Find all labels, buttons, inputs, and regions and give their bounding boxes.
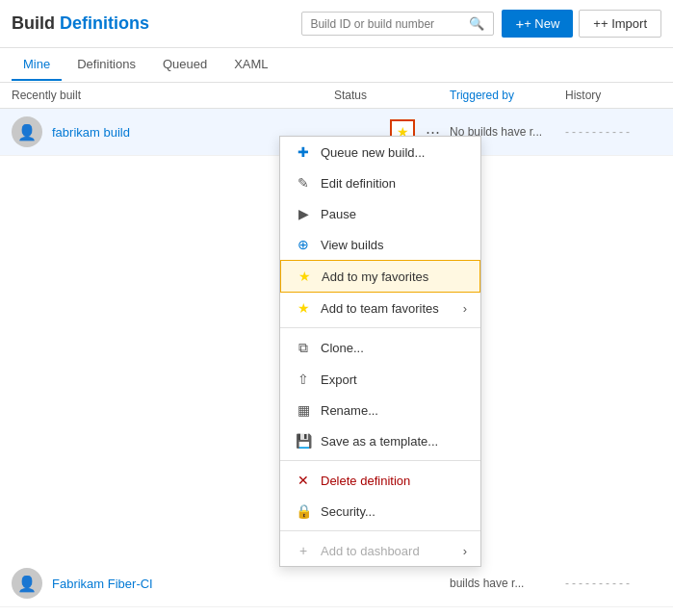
star-my-icon: ★ xyxy=(295,269,314,284)
rename-icon: ▦ xyxy=(294,402,313,418)
col-triggered-header[interactable]: Triggered by xyxy=(450,89,565,102)
menu-item-pause[interactable]: ▶ Pause xyxy=(280,198,480,229)
tab-mine[interactable]: Mine xyxy=(12,49,62,81)
menu-item-export[interactable]: ⇧ Export xyxy=(280,364,480,395)
avatar: 👤 xyxy=(12,116,42,147)
nav-tabs: Mine Definitions Queued XAML xyxy=(0,48,673,83)
chevron-right-icon: › xyxy=(463,301,467,316)
user-icon: 👤 xyxy=(17,123,37,141)
col-status-header: Status xyxy=(334,89,450,102)
tab-xaml[interactable]: XAML xyxy=(222,49,279,81)
page-header: Build Definitions 🔍 + + New + + Import xyxy=(0,0,673,48)
avatar-fiber: 👤 xyxy=(12,568,42,599)
menu-item-add-to-my-favorites[interactable]: ★ Add to my favorites xyxy=(280,260,480,293)
menu-divider-2 xyxy=(280,460,480,461)
menu-item-rename[interactable]: ▦ Rename... xyxy=(280,395,480,425)
menu-item-security[interactable]: 🔒 Security... xyxy=(280,496,480,526)
menu-item-queue-new-build[interactable]: ✚ Queue new build... xyxy=(280,137,480,167)
menu-item-save-as-template[interactable]: 💾 Save as a template... xyxy=(280,425,480,456)
add-dashboard-icon: + xyxy=(294,543,313,558)
table-row[interactable]: 👤 Fabrikam Fiber-CI builds have r... ---… xyxy=(0,560,673,607)
menu-item-add-to-dashboard[interactable]: + Add to dashboard › xyxy=(280,535,480,566)
menu-item-view-builds[interactable]: ⊕ View builds xyxy=(280,229,480,260)
star-team-icon: ★ xyxy=(294,300,313,316)
import-plus-icon: + xyxy=(593,16,601,31)
user-icon-fiber: 👤 xyxy=(17,575,37,593)
search-input[interactable] xyxy=(310,17,469,31)
new-plus-icon: + xyxy=(515,15,524,32)
menu-divider-1 xyxy=(280,327,480,328)
menu-item-add-to-team-favorites[interactable]: ★ Add to team favorites › xyxy=(280,293,480,323)
table-header: Recently built Status Triggered by Histo… xyxy=(0,83,673,109)
new-button[interactable]: + + New xyxy=(502,10,573,38)
menu-item-clone[interactable]: ⧉ Clone... xyxy=(280,332,480,364)
col-history-header: History xyxy=(565,89,661,102)
tab-definitions[interactable]: Definitions xyxy=(65,49,147,81)
search-box[interactable]: 🔍 xyxy=(301,12,494,36)
context-menu: ✚ Queue new build... ✎ Edit definition ▶… xyxy=(279,136,481,567)
chevron-right-dashboard-icon: › xyxy=(463,544,467,558)
export-icon: ⇧ xyxy=(294,372,313,387)
build-history: ---------- xyxy=(565,125,661,139)
build-name-fiber-ci[interactable]: Fabrikam Fiber-CI xyxy=(52,577,251,591)
menu-item-delete-definition[interactable]: ✕ Delete definition xyxy=(280,465,480,496)
delete-icon: ✕ xyxy=(294,473,313,488)
queue-icon: ✚ xyxy=(294,144,313,160)
build-status-fiber: builds have r... xyxy=(450,577,565,590)
import-button[interactable]: + + Import xyxy=(579,10,661,38)
build-history-fiber: ---------- xyxy=(565,577,661,590)
page-title: Build Definitions xyxy=(12,13,149,34)
save-template-icon: 💾 xyxy=(294,433,313,449)
security-icon: 🔒 xyxy=(294,503,313,519)
view-builds-icon: ⊕ xyxy=(294,237,313,252)
pause-icon: ▶ xyxy=(294,206,313,221)
search-icon: 🔍 xyxy=(469,16,484,31)
clone-icon: ⧉ xyxy=(294,340,313,356)
tab-queued[interactable]: Queued xyxy=(151,49,219,81)
menu-divider-3 xyxy=(280,530,480,531)
menu-item-edit-definition[interactable]: ✎ Edit definition xyxy=(280,167,480,198)
col-recently-built: Recently built xyxy=(12,89,334,102)
edit-icon: ✎ xyxy=(294,175,313,191)
